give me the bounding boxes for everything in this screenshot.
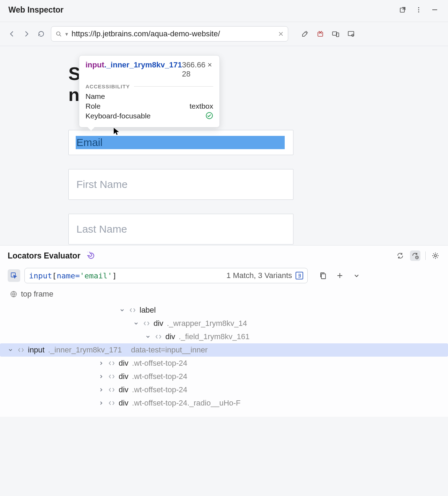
tree-node-div[interactable]: div ._wrapper_1rym8kv_14	[8, 317, 440, 330]
reload-button[interactable]	[36, 29, 46, 39]
panel-header: Locators Evaluator	[0, 246, 448, 266]
tag-icon	[143, 320, 150, 327]
refresh-icon[interactable]	[395, 251, 405, 261]
kebab-menu-icon[interactable]	[414, 5, 424, 15]
page-viewport: S n input._inner_1rym8kv_171 366.66 × 28…	[0, 46, 448, 245]
svg-rect-9	[348, 31, 354, 36]
locators-panel: Locators Evaluator input[name='email']	[0, 245, 448, 417]
toolbar-right	[300, 29, 356, 39]
tag-icon	[108, 360, 115, 367]
tree-node-div[interactable]: div .wt-offset-top-24	[8, 383, 440, 396]
dropdown-caret-icon[interactable]: ▾	[65, 31, 68, 37]
svg-point-5	[57, 32, 60, 35]
broom-icon[interactable]	[300, 29, 310, 39]
tooltip-row-focusable: Keyboard-focusable	[85, 112, 213, 120]
tree-node-div[interactable]: div .wt-offset-top-24._radio__uHo-F	[8, 396, 440, 410]
tree-tag: div	[119, 399, 128, 408]
spiral-icon[interactable]	[87, 252, 95, 260]
tooltip-selector: input._inner_1rym8kv_171	[85, 60, 182, 79]
tree-class: ._wrapper_1rym8kv_14	[167, 319, 247, 328]
clear-url-icon[interactable]	[278, 31, 284, 37]
forward-button[interactable]	[22, 29, 31, 39]
add-icon[interactable]	[335, 271, 345, 280]
panel-title: Locators Evaluator	[8, 251, 80, 261]
svg-point-1	[418, 7, 419, 8]
tooltip-row-name: Name	[85, 92, 213, 101]
match-count: 1 Match, 3 Variants	[226, 271, 292, 280]
tree-node-label[interactable]: label	[8, 304, 440, 317]
chevron-icon[interactable]	[98, 387, 105, 393]
panel-settings-icon[interactable]	[431, 251, 440, 261]
tree-class: ._field_1rym8kv_161	[179, 332, 249, 341]
tooltip-section-header: ACCESSIBILITY	[85, 83, 213, 89]
tag-icon	[17, 347, 24, 353]
tree-class: .wt-offset-top-24	[132, 385, 187, 394]
locator-input-row: input[name='email'] 1 Match, 3 Variants …	[0, 266, 448, 287]
last-name-field[interactable]: Last Name	[68, 214, 293, 245]
tree-node-div[interactable]: div .wt-offset-top-24	[8, 357, 440, 370]
tag-icon	[108, 373, 115, 380]
element-picker-button[interactable]	[8, 269, 20, 282]
chevron-icon[interactable]	[98, 400, 105, 406]
frame-selector[interactable]: top frame	[0, 287, 448, 302]
url-bar[interactable]: ▾ https://lp.jetbrains.com/aqua-demo-web…	[51, 26, 288, 42]
css-badge-icon[interactable]: ∃	[296, 272, 303, 279]
tree-tag: div	[119, 372, 128, 381]
auto-refresh-icon[interactable]	[410, 250, 420, 261]
chevron-icon[interactable]	[119, 307, 126, 313]
tree-tag: div	[154, 319, 163, 328]
svg-rect-15	[321, 274, 326, 279]
title-bar-actions	[398, 5, 440, 15]
tree-attr: data-test=input__inner	[131, 345, 208, 355]
svg-point-10	[352, 34, 354, 36]
chevron-icon[interactable]	[98, 374, 105, 379]
frame-label: top frame	[21, 290, 53, 299]
app-title: Web Inspector	[8, 5, 64, 15]
tree-node-div[interactable]: div ._field_1rym8kv_161	[8, 330, 440, 343]
tree-tag: input	[28, 345, 45, 355]
chevron-icon[interactable]	[145, 334, 151, 340]
devices-icon[interactable]	[331, 29, 341, 39]
first-name-field[interactable]: First Name	[68, 169, 293, 200]
tree-tag: label	[140, 306, 156, 315]
locator-input[interactable]: input[name='email'] 1 Match, 3 Variants …	[24, 268, 308, 283]
tree-class: .wt-offset-top-24	[132, 372, 187, 381]
globe-icon	[10, 290, 17, 298]
email-placeholder: Email	[76, 137, 285, 148]
url-text[interactable]: https://lp.jetbrains.com/aqua-demo-websi…	[72, 29, 275, 38]
email-field[interactable]: Email	[68, 130, 293, 155]
tree-node-input[interactable]: input ._inner_1rym8kv_171 data-test=inpu…	[0, 343, 448, 357]
tag-icon	[108, 400, 115, 407]
search-icon	[55, 31, 62, 37]
minimize-icon[interactable]	[430, 5, 440, 15]
last-name-placeholder: Last Name	[76, 223, 285, 235]
browser-toolbar: ▾ https://lp.jetbrains.com/aqua-demo-web…	[0, 22, 448, 46]
chevron-icon[interactable]	[133, 321, 140, 326]
tag-icon	[108, 386, 115, 393]
tree-tag: div	[119, 359, 128, 368]
tag-icon	[155, 333, 162, 340]
tree-tag: div	[165, 332, 175, 341]
tree-tag: div	[119, 385, 128, 394]
copy-icon[interactable]	[318, 271, 328, 280]
element-tooltip: input._inner_1rym8kv_171 366.66 × 28 ACC…	[79, 55, 220, 127]
settings-device-icon[interactable]	[346, 29, 356, 39]
first-name-placeholder: First Name	[76, 178, 285, 190]
tooltip-row-role: Role textbox	[85, 102, 213, 110]
chevron-icon[interactable]	[98, 360, 105, 366]
svg-point-13	[434, 255, 436, 257]
tree-class: .wt-offset-top-24._radio__uHo-F	[132, 399, 240, 408]
tree-node-div[interactable]: div .wt-offset-top-24	[8, 370, 440, 383]
clear-cookies-icon[interactable]	[315, 29, 325, 39]
tooltip-dimensions: 366.66 × 28	[182, 60, 213, 79]
back-button[interactable]	[7, 29, 17, 39]
tree-class: ._inner_1rym8kv_171	[48, 345, 122, 355]
check-icon	[206, 112, 213, 120]
svg-point-2	[418, 9, 419, 10]
open-external-icon[interactable]	[398, 5, 408, 15]
tree-class: .wt-offset-top-24	[132, 359, 187, 368]
dom-tree: labeldiv ._wrapper_1rym8kv_14div ._field…	[0, 302, 448, 417]
svg-point-3	[418, 11, 419, 12]
expand-icon[interactable]	[352, 271, 361, 280]
chevron-icon[interactable]	[8, 347, 14, 353]
